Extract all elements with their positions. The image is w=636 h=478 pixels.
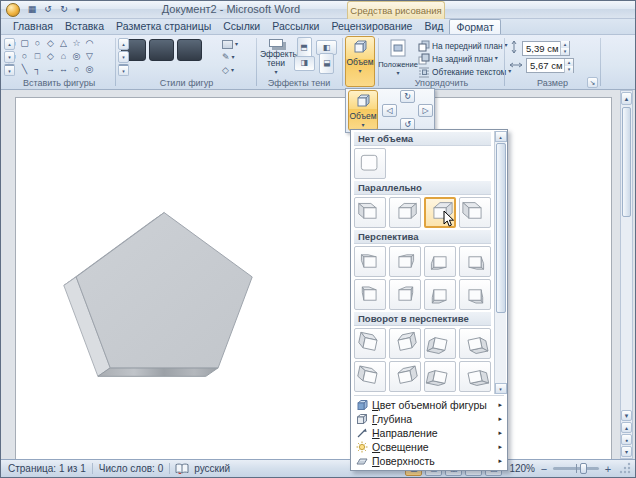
- zoom-level[interactable]: 120%: [509, 463, 535, 474]
- shadow-effects-button[interactable]: Эффекты тени ▾: [260, 36, 292, 77]
- 3d-style-option[interactable]: [459, 197, 491, 228]
- zoom-slider-thumb[interactable]: [580, 463, 587, 474]
- shape-icon[interactable]: ○: [31, 37, 44, 50]
- shape-icon[interactable]: ⌂: [57, 50, 70, 63]
- position-button[interactable]: Положение ▾: [381, 36, 415, 77]
- shape-icon[interactable]: ↔: [57, 63, 70, 76]
- tab-insert[interactable]: Вставка: [59, 19, 110, 34]
- zoom-in-button[interactable]: +: [602, 463, 614, 475]
- shape-outline-button[interactable]: ✎ ▾: [220, 51, 253, 64]
- tilt-up-button[interactable]: ↻: [400, 90, 415, 103]
- menu-item-lighting[interactable]: Освещение ▸: [352, 440, 506, 454]
- 3d-style-option[interactable]: [459, 328, 491, 359]
- shape-width-input[interactable]: 5,67 см ▴▾: [526, 58, 574, 73]
- 3d-style-option[interactable]: [354, 246, 386, 277]
- 3d-style-option[interactable]: [389, 328, 421, 359]
- tab-home[interactable]: Главная: [7, 19, 59, 34]
- tab-view[interactable]: Вид: [418, 19, 449, 34]
- 3d-style-option[interactable]: [424, 328, 456, 359]
- shape-fill-button[interactable]: ▾: [220, 38, 253, 51]
- shape-icon[interactable]: →: [44, 63, 57, 76]
- proofing-status-icon[interactable]: [175, 463, 189, 474]
- page-indicator[interactable]: Страница: 1 из 1: [8, 463, 86, 474]
- 3d-style-option[interactable]: [354, 197, 386, 228]
- scrollbar-thumb[interactable]: [622, 107, 631, 217]
- shape-icon[interactable]: ┐: [31, 63, 44, 76]
- styles-more-button[interactable]: ▾: [118, 64, 129, 76]
- shape-icon[interactable]: ◎: [83, 63, 96, 76]
- select-browse-object-button[interactable]: ●: [621, 434, 632, 445]
- 3d-style-option[interactable]: [389, 279, 421, 310]
- menu-item-3d-color[interactable]: Цвет объемной фигуры ▸: [352, 398, 506, 412]
- shape-icon[interactable]: ◠: [83, 37, 96, 50]
- shape-icon[interactable]: ○: [18, 50, 31, 63]
- 3d-style-option[interactable]: [354, 328, 386, 359]
- shape-style-thumb[interactable]: [149, 39, 174, 61]
- 3d-style-option[interactable]: [459, 246, 491, 277]
- 3d-style-option[interactable]: [389, 361, 421, 392]
- 3d-style-option[interactable]: [354, 148, 386, 179]
- bring-to-front-button[interactable]: На передний план ▾: [418, 39, 502, 52]
- size-dialog-launcher[interactable]: ↘: [587, 77, 598, 88]
- 3d-style-option[interactable]: [389, 246, 421, 277]
- resize-grip[interactable]: [619, 462, 631, 476]
- shape-style-thumb[interactable]: [177, 39, 202, 61]
- next-page-button[interactable]: ▾: [621, 446, 632, 457]
- vertical-scrollbar[interactable]: ▲ ▼ ▴ ● ▾: [620, 90, 633, 459]
- previous-page-button[interactable]: ▴: [621, 422, 632, 433]
- tab-mailings[interactable]: Рассылки: [266, 19, 325, 34]
- styles-down-button[interactable]: ▾: [118, 51, 129, 63]
- shape-icon[interactable]: □: [31, 50, 44, 63]
- menu-item-depth[interactable]: Глубина ▸: [352, 412, 506, 426]
- styles-up-button[interactable]: ▴: [118, 38, 129, 50]
- undo-button[interactable]: ↺: [41, 3, 55, 16]
- scroll-up-button[interactable]: ▲: [621, 92, 632, 105]
- shape-icon[interactable]: ▢: [18, 37, 31, 50]
- gallery-scroll-down-button[interactable]: ▾: [495, 383, 507, 394]
- 3d-style-option[interactable]: [424, 246, 456, 277]
- shape-icon[interactable]: ╲: [18, 63, 31, 76]
- menu-item-direction[interactable]: Направление ▸: [352, 426, 506, 440]
- shape-icon[interactable]: ▽: [83, 50, 96, 63]
- gallery-down-button[interactable]: ▾: [4, 51, 15, 63]
- 3d-effects-ribbon-button[interactable]: Объем ▾: [345, 36, 375, 87]
- text-wrapping-button[interactable]: Обтекание текстом ▾: [418, 65, 502, 78]
- zoom-slider[interactable]: [553, 467, 599, 470]
- word-count[interactable]: Число слов: 0: [99, 463, 163, 474]
- language-indicator[interactable]: русский: [194, 463, 230, 474]
- gallery-more-button[interactable]: ▾: [4, 64, 15, 76]
- nudge-shadow-down-button[interactable]: ◧: [319, 53, 334, 74]
- 3d-style-option[interactable]: [459, 361, 491, 392]
- 3d-style-option[interactable]: [424, 361, 456, 392]
- height-spinner[interactable]: ▴▾: [560, 41, 569, 55]
- 3d-style-option[interactable]: [424, 279, 456, 310]
- pentagon-shape[interactable]: [61, 208, 256, 380]
- tab-format[interactable]: Формат: [449, 19, 500, 34]
- zoom-out-button[interactable]: −: [538, 463, 550, 475]
- shape-icon[interactable]: ☆: [70, 37, 83, 50]
- gallery-scrollbar[interactable]: ▴ ▾: [494, 131, 506, 394]
- shape-height-input[interactable]: 5,39 см ▴▾: [522, 41, 570, 56]
- gallery-up-button[interactable]: ▴: [4, 38, 15, 50]
- scroll-down-button[interactable]: ▼: [621, 410, 632, 421]
- shape-icon[interactable]: ◇: [44, 50, 57, 63]
- tab-page-layout[interactable]: Разметка страницы: [110, 19, 217, 34]
- tilt-left-button[interactable]: ◁: [382, 104, 397, 117]
- 3d-style-option[interactable]: [389, 197, 421, 228]
- 3d-style-option[interactable]: [354, 361, 386, 392]
- 3d-style-option[interactable]: [354, 279, 386, 310]
- change-shape-button[interactable]: ◇ ▾: [220, 64, 253, 77]
- office-button[interactable]: [6, 3, 20, 17]
- shape-icon[interactable]: ○: [70, 63, 83, 76]
- width-spinner[interactable]: ▴▾: [564, 59, 573, 73]
- tab-review[interactable]: Рецензирование: [325, 19, 418, 34]
- shape-icon[interactable]: △: [57, 37, 70, 50]
- shape-icon[interactable]: ◎: [70, 50, 83, 63]
- nudge-shadow-up-button[interactable]: ◧: [297, 37, 312, 58]
- save-button[interactable]: ▦: [25, 3, 39, 16]
- 3d-style-option[interactable]: [459, 279, 491, 310]
- shape-icon[interactable]: ◇: [44, 37, 57, 50]
- gallery-scroll-up-button[interactable]: ▴: [495, 131, 507, 142]
- nudge-shadow-right-button[interactable]: ◧: [294, 56, 315, 71]
- tab-references[interactable]: Ссылки: [217, 19, 266, 34]
